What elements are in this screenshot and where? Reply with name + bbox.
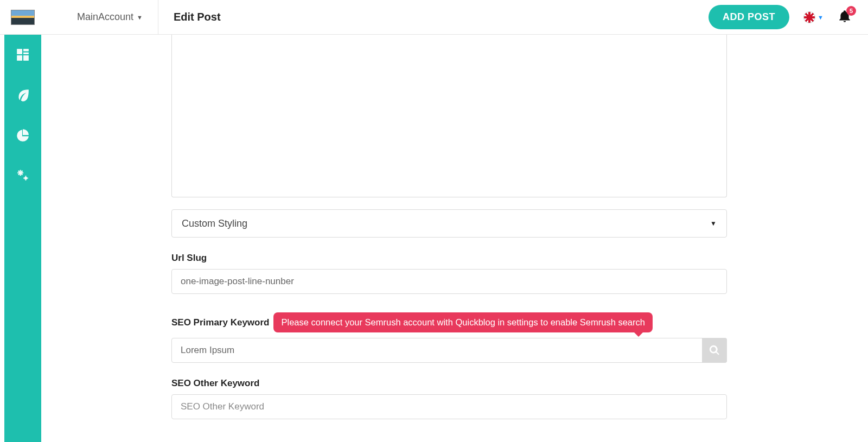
flag-uk-icon — [803, 11, 815, 23]
seo-primary-input[interactable] — [171, 338, 727, 363]
language-switcher[interactable]: ▼ — [803, 11, 824, 23]
custom-styling-accordion[interactable]: Custom Styling ▼ — [171, 209, 727, 238]
editor-area[interactable] — [171, 35, 727, 197]
chevron-down-icon: ▼ — [710, 220, 717, 227]
search-icon — [709, 344, 720, 356]
url-slug-label: Url Slug — [171, 253, 727, 264]
svg-rect-4 — [23, 55, 29, 61]
dashboard-icon[interactable] — [16, 48, 30, 62]
seo-other-label: SEO Other Keyword — [171, 378, 727, 389]
svg-rect-3 — [17, 55, 22, 61]
semrush-warning-tooltip: Please connect your Semrush account with… — [273, 312, 652, 332]
notification-badge: 5 — [846, 6, 856, 16]
accordion-label: Custom Styling — [182, 218, 247, 229]
svg-rect-1 — [23, 49, 29, 51]
header-right: ADD POST ▼ 5 — [709, 5, 852, 29]
page-title: Edit Post — [158, 11, 221, 23]
gears-icon[interactable] — [16, 168, 30, 182]
top-header: MainAccount ▼ Edit Post ADD POST ▼ 5 — [0, 0, 868, 35]
app-logo — [11, 10, 35, 25]
seo-other-input[interactable] — [171, 394, 727, 419]
svg-rect-2 — [23, 53, 29, 54]
main-content: Custom Styling ▼ Url Slug SEO Primary Ke… — [41, 35, 868, 442]
seo-search-button[interactable] — [702, 338, 727, 363]
chevron-down-icon: ▼ — [137, 14, 143, 21]
add-post-button[interactable]: ADD POST — [709, 5, 789, 29]
chevron-down-icon: ▼ — [818, 14, 824, 21]
svg-rect-0 — [17, 49, 22, 54]
svg-point-6 — [24, 177, 27, 180]
account-label: MainAccount — [77, 11, 133, 23]
left-sidebar — [4, 35, 41, 442]
url-slug-input[interactable] — [171, 269, 727, 294]
leaf-icon[interactable] — [16, 88, 30, 102]
account-dropdown[interactable]: MainAccount ▼ — [62, 0, 158, 35]
notifications-button[interactable]: 5 — [838, 9, 852, 25]
seo-primary-label: SEO Primary Keyword — [171, 317, 269, 328]
pie-chart-icon[interactable] — [16, 128, 30, 142]
